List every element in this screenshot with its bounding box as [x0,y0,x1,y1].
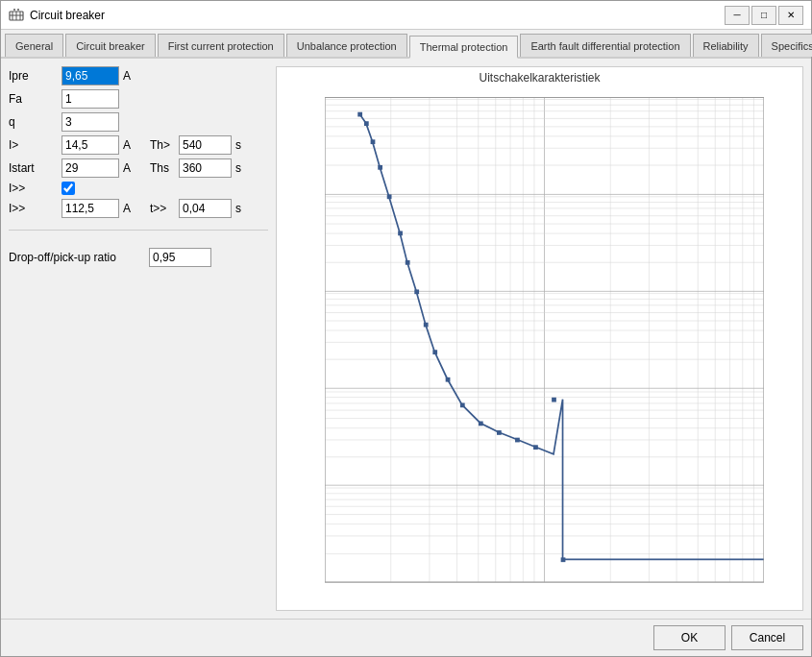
istart-label: Istart [9,161,62,175]
i-gtgt-val-label: I>> [9,202,62,215]
fa-label: Fa [9,92,62,106]
svg-rect-93 [432,350,437,354]
svg-rect-88 [387,194,392,199]
svg-rect-98 [515,438,520,443]
i-gt-row: I> 14,5 A Th> 540 s [9,135,268,155]
separator [9,230,268,231]
chart-title: Uitschakelkarakteristiek [277,67,802,88]
svg-rect-86 [371,139,376,144]
t-gtgt-label: t>> [150,202,179,215]
cancel-button[interactable]: Cancel [731,625,803,650]
left-panel: Ipre 9,65 A Fa 1 q 3 I> 14,5 A Th> [9,66,268,611]
svg-rect-91 [414,289,419,294]
drop-off-label: Drop-off/pick-up ratio [9,251,134,264]
ipre-unit: A [123,69,131,83]
svg-rect-99 [533,445,538,450]
svg-rect-90 [406,260,410,265]
t-gtgt-group: t>> 0,04 s [150,199,241,218]
i-gt-input[interactable]: 14,5 [62,135,119,155]
app-icon [9,8,24,23]
i-gtgt-input[interactable]: 112,5 [62,199,119,218]
i-gtgt-unit: A [123,202,131,215]
th-unit: s [235,138,241,152]
ths-unit: s [235,161,241,175]
svg-rect-97 [497,430,502,435]
maximize-button[interactable]: □ [751,6,776,25]
t-gtgt-unit: s [235,202,241,215]
svg-rect-84 [357,112,362,117]
minimize-button[interactable]: ─ [725,6,750,25]
istart-row: Istart 29 A Ths 360 s [9,158,268,178]
th-group: Th> 540 s [150,135,241,155]
fa-row: Fa 1 [9,89,268,109]
svg-rect-94 [446,377,451,382]
footer: OK Cancel [1,619,811,656]
tab-unbalance[interactable]: Unbalance protection [286,34,407,57]
svg-rect-95 [460,402,465,407]
i-gtgt-check-row: I>> [9,182,268,195]
svg-rect-85 [364,121,369,126]
tab-reliability[interactable]: Reliability [693,34,759,57]
window-controls: ─ □ ✕ [725,6,803,25]
tab-thermal[interactable]: Thermal protection [409,36,519,59]
t-gtgt-input[interactable]: 0,04 [179,199,232,218]
svg-rect-92 [424,323,429,328]
main-content: Ipre 9,65 A Fa 1 q 3 I> 14,5 A Th> [1,59,811,619]
drop-off-input[interactable]: 0,95 [149,248,211,267]
q-row: q 3 [9,112,268,132]
th-label: Th> [150,138,179,152]
title-bar-left: Circuit breaker [9,8,105,23]
tab-bar: General Circuit breaker First current pr… [1,30,811,59]
svg-rect-89 [398,231,403,235]
i-gt-unit: A [123,138,131,152]
chart-svg: 0,01 0,1 1 10 100 1000 t (s) 10 100 1000 [325,96,764,584]
ths-group: Ths 360 s [150,158,241,178]
svg-point-6 [17,9,19,11]
ths-input[interactable]: 360 [179,158,232,178]
i-gt-label: I> [9,138,62,152]
svg-rect-100 [552,398,556,402]
right-panel: Uitschakelkarakteristiek [276,66,803,611]
istart-unit: A [123,161,131,175]
window-title: Circuit breaker [30,9,105,22]
ths-label: Ths [150,161,179,175]
tab-general[interactable]: General [5,34,63,57]
svg-point-5 [13,9,15,11]
ipre-label: Ipre [9,69,62,83]
ok-button[interactable]: OK [653,625,726,650]
svg-rect-96 [479,422,483,426]
svg-rect-87 [378,165,382,170]
th-input[interactable]: 540 [179,135,232,155]
q-input[interactable]: 3 [62,112,119,132]
svg-rect-101 [561,557,566,562]
title-bar: Circuit breaker ─ □ ✕ [1,1,811,30]
i-gtgt-check-label: I>> [9,182,62,195]
chart-area: 0,01 0,1 1 10 100 1000 t (s) 10 100 1000 [277,88,802,619]
drop-off-row: Drop-off/pick-up ratio 0,95 [9,248,268,267]
ipre-row: Ipre 9,65 A [9,66,268,85]
i-gtgt-row: I>> 112,5 A t>> 0,04 s [9,199,268,218]
main-window: Circuit breaker ─ □ ✕ General Circuit br… [0,0,812,657]
tab-circuit-breaker[interactable]: Circuit breaker [65,34,156,57]
i-gtgt-checkbox[interactable] [62,182,75,195]
ipre-input[interactable]: 9,65 [62,66,119,85]
fa-input[interactable]: 1 [62,89,119,109]
tab-earth-fault[interactable]: Earth fault differential protection [520,34,690,57]
tab-first-current[interactable]: First current protection [158,34,284,57]
tab-specifics[interactable]: Specifics [761,34,812,57]
close-button[interactable]: ✕ [778,6,803,25]
q-label: q [9,115,62,129]
istart-input[interactable]: 29 [62,158,119,178]
